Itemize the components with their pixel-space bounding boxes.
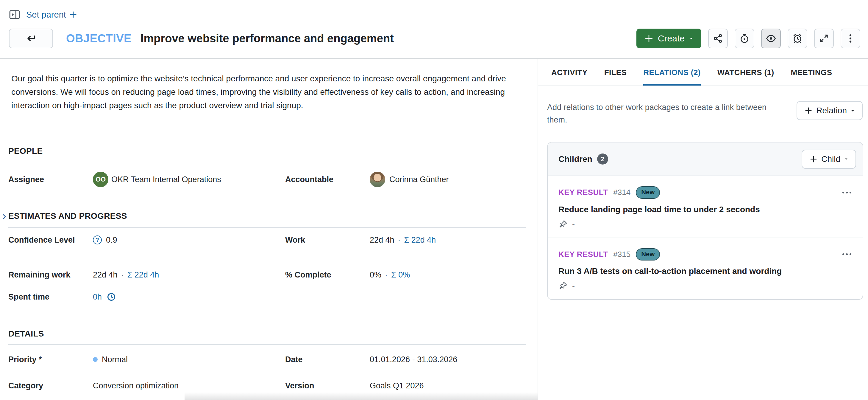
spent-time-value[interactable]: 0h — [93, 290, 285, 304]
version-text: Goals Q1 2026 — [370, 379, 424, 392]
watch-button[interactable] — [761, 29, 781, 48]
percent-sum-link[interactable]: Σ 0% — [391, 268, 410, 281]
back-arrow-icon — [25, 32, 37, 45]
tab-watchers[interactable]: WATCHERS (1) — [717, 59, 774, 86]
estimates-row-1: Confidence Level ? 0.9 Work 22d 4h · Σ 2… — [8, 233, 526, 247]
fullscreen-button[interactable] — [814, 29, 834, 48]
remaining-work-value[interactable]: 22d 4h · Σ 22d 4h — [93, 268, 285, 281]
section-collapse-icon[interactable] — [1, 212, 8, 221]
estimates-row-2: Remaining work 22d 4h · Σ 22d 4h % Compl… — [8, 268, 526, 281]
create-button-label: Create — [658, 33, 685, 44]
alarm-clock-icon — [792, 33, 803, 44]
child-work-package-card[interactable]: KEY RESULT #314 New Reduce landing page … — [548, 176, 863, 237]
category-value[interactable]: Conversion optimization — [93, 379, 285, 392]
work-package-details: Our goal this quarter is to optimize the… — [0, 59, 537, 400]
header: Set parent OBJECTIVE Improve website per… — [0, 0, 868, 59]
back-button[interactable] — [9, 29, 53, 48]
status-badge[interactable]: New — [636, 248, 660, 261]
fullscreen-icon — [818, 33, 829, 44]
status-badge[interactable]: New — [636, 186, 660, 199]
header-toolbar: Create — [637, 29, 860, 48]
percent-complete-label: % Complete — [285, 268, 370, 281]
share-button[interactable] — [708, 29, 728, 48]
details-row-2: Category Conversion optimization Version… — [8, 379, 526, 392]
reminder-button[interactable] — [787, 29, 807, 48]
child-title[interactable]: Run 3 A/B tests on call-to-action placem… — [558, 266, 854, 276]
clock-icon[interactable] — [106, 292, 116, 302]
parent-row: Set parent — [8, 8, 78, 21]
add-child-label: Child — [821, 154, 840, 164]
description-text[interactable]: Our goal this quarter is to optimize the… — [11, 72, 531, 112]
set-parent-link[interactable]: Set parent — [26, 10, 78, 20]
work-package-type: KEY RESULT — [558, 250, 608, 259]
people-heading: PEOPLE — [8, 146, 42, 156]
chevron-down-icon — [689, 36, 693, 41]
remaining-sum-link[interactable]: Σ 22d 4h — [127, 268, 159, 281]
spent-time-link[interactable]: 0h — [93, 290, 102, 304]
remaining-number: 22d 4h — [93, 268, 118, 281]
percent-complete-value[interactable]: 0% · Σ 0% — [370, 268, 526, 281]
assignee-name: OKR Team Internal Operations — [111, 173, 221, 186]
child-work-package-card[interactable]: KEY RESULT #315 New Run 3 A/B tests on c… — [548, 237, 863, 299]
add-child-button[interactable]: Child — [802, 150, 856, 169]
help-icon[interactable]: ? — [93, 235, 102, 245]
work-package-id[interactable]: #314 — [613, 188, 630, 197]
accountable-value[interactable]: Corinna Günther — [370, 172, 526, 187]
relations-help-text: Add relations to other work packages to … — [547, 101, 785, 126]
sidebar-expand-icon[interactable] — [8, 8, 21, 21]
pin-value: - — [572, 282, 575, 291]
pin-icon[interactable] — [558, 281, 568, 291]
tab-meetings[interactable]: MEETINGS — [790, 59, 832, 86]
people-row: Assignee OO OKR Team Internal Operations… — [8, 169, 526, 190]
ellipsis-icon — [841, 190, 852, 195]
plus-icon — [69, 10, 78, 19]
dot-separator: · — [121, 268, 124, 281]
section-divider — [8, 160, 526, 160]
assignee-value[interactable]: OO OKR Team Internal Operations — [93, 172, 285, 187]
start-timer-button[interactable] — [735, 29, 754, 48]
tab-files[interactable]: FILES — [604, 59, 627, 86]
add-relation-button[interactable]: Relation — [797, 101, 863, 120]
card-pin-row: - — [558, 220, 854, 229]
category-text: Conversion optimization — [93, 379, 179, 392]
remaining-work-label: Remaining work — [8, 268, 93, 281]
work-package-type[interactable]: OBJECTIVE — [66, 32, 131, 45]
card-header: KEY RESULT #315 New — [558, 248, 854, 261]
tab-relations[interactable]: RELATIONS (2) — [643, 59, 701, 86]
tab-activity[interactable]: ACTIVITY — [551, 59, 588, 86]
work-package-type: KEY RESULT — [558, 188, 608, 197]
more-button[interactable] — [841, 29, 860, 48]
category-label: Category — [8, 379, 93, 392]
confidence-level-value[interactable]: ? 0.9 — [93, 233, 285, 247]
date-value[interactable]: 01.01.2026 - 31.03.2026 — [370, 353, 526, 366]
card-more-button[interactable] — [840, 250, 854, 258]
chevron-down-icon — [844, 157, 848, 161]
card-more-button[interactable] — [840, 189, 854, 196]
confidence-number: 0.9 — [106, 233, 117, 247]
percent-number: 0% — [370, 268, 381, 281]
avatar — [370, 172, 385, 187]
version-value[interactable]: Goals Q1 2026 — [370, 379, 526, 392]
children-group: Children 2 Child KEY RESULT #314 — [547, 142, 863, 300]
create-button[interactable]: Create — [637, 29, 701, 48]
relations-intro: Add relations to other work packages to … — [547, 101, 863, 126]
work-sum-link[interactable]: Σ 22d 4h — [404, 233, 436, 247]
plus-icon — [809, 155, 818, 163]
card-pin-row: - — [558, 281, 854, 291]
work-package-id[interactable]: #315 — [613, 250, 630, 259]
pin-icon[interactable] — [558, 220, 568, 229]
pin-value: - — [572, 220, 575, 229]
tab-bar: ACTIVITY FILES RELATIONS (2) WATCHERS (1… — [538, 59, 868, 86]
dot-separator: · — [385, 268, 388, 281]
page-title[interactable]: Improve website performance and engageme… — [141, 32, 394, 45]
chevron-down-icon — [850, 109, 855, 113]
set-parent-label: Set parent — [26, 10, 66, 20]
child-title[interactable]: Reduce landing page load time to under 2… — [558, 205, 854, 214]
ellipsis-icon — [841, 252, 852, 257]
confidence-level-label: Confidence Level — [8, 233, 93, 247]
work-value[interactable]: 22d 4h · Σ 22d 4h — [370, 233, 526, 247]
priority-value[interactable]: Normal — [93, 353, 285, 366]
assignee-label: Assignee — [8, 173, 93, 186]
children-heading: Children 2 — [558, 153, 608, 165]
date-range: 01.01.2026 - 31.03.2026 — [370, 353, 457, 366]
